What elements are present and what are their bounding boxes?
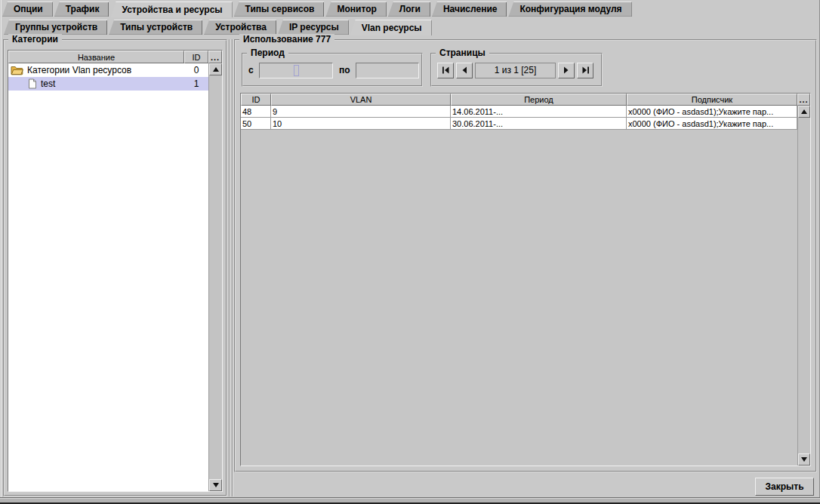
period-title: Период [247, 48, 288, 58]
tab-label: Логи [399, 4, 421, 14]
period-groupbox: Период с по [242, 53, 423, 87]
window-frame-left [1, 0, 2, 504]
pages-groupbox: Страницы 1 из 1 [25] [430, 53, 603, 87]
subtab-gruppy-ustroystv[interactable]: Группы устройств [4, 20, 107, 35]
prev-page-icon [461, 66, 469, 74]
tree-row-label: test [41, 78, 184, 89]
tab-label: Vlan ресурсы [362, 23, 422, 33]
cell-period: 14.06.2011-... [451, 106, 627, 118]
first-page-button[interactable] [437, 63, 454, 78]
scroll-down-button[interactable] [209, 479, 222, 491]
arrow-down-icon [801, 457, 807, 462]
table-row[interactable]: 50 10 30.06.2011-... x0000 (ФИО - asdasd… [241, 118, 797, 130]
subtab-ip-resursy[interactable]: IP ресурсы [278, 20, 349, 35]
cell-subscriber: x0000 (ФИО - asdasd1);Укажите пар... [627, 118, 797, 130]
application-window: Опции Трафик Устройства и ресурсы Типы с… [0, 0, 820, 504]
period-to-input[interactable] [356, 63, 419, 78]
usage-table-scrollbar[interactable] [797, 106, 810, 466]
first-page-icon [442, 66, 450, 74]
period-from-label: с [248, 65, 254, 75]
column-header-subscriber[interactable]: Подписчик [627, 94, 797, 106]
close-button[interactable]: Закрыть [755, 478, 814, 496]
categories-tree: Категории Vlan ресурсов 0 test 1 [8, 63, 208, 491]
usage-title: Использование 777 [239, 34, 334, 45]
arrow-up-icon [213, 67, 219, 72]
categories-table: Название ID ... Категории Vlan ресу [8, 50, 223, 492]
columns-more-button[interactable]: ... [797, 94, 810, 106]
column-header-vlan[interactable]: VLAN [271, 94, 451, 106]
tab-label: Монитор [337, 4, 376, 14]
tree-row-root[interactable]: Категории Vlan ресурсов 0 [8, 63, 208, 77]
usage-table-rows: 48 9 14.06.2011-... x0000 (ФИО - asdasd1… [241, 106, 797, 466]
tab-label: IP ресурсы [289, 22, 339, 32]
last-page-icon [581, 66, 590, 74]
tab-label: Трафик [66, 4, 100, 14]
usage-table: ID VLAN Период Подписчик ... 48 9 14.06.… [240, 93, 811, 466]
subtab-ustroystva[interactable]: Устройства [204, 20, 276, 35]
sub-tab-bar: Группы устройств Типы устройств Устройст… [4, 20, 433, 35]
cell-subscriber: x0000 (ФИО - asdasd1);Укажите пар... [627, 106, 797, 118]
tab-label: Начисление [443, 4, 498, 14]
subtab-tipy-ustroystv[interactable]: Типы устройств [109, 20, 202, 35]
tab-ustroystva-i-resursy[interactable]: Устройства и ресурсы [110, 2, 232, 17]
period-to-label: по [339, 65, 350, 75]
table-row[interactable]: 48 9 14.06.2011-... x0000 (ФИО - asdasd1… [241, 106, 797, 118]
pages-title: Страницы [436, 48, 489, 58]
column-header-id[interactable]: ID [241, 94, 271, 106]
main-tab-bar: Опции Трафик Устройства и ресурсы Типы с… [2, 2, 633, 17]
period-from-input[interactable] [259, 63, 333, 78]
column-header-period[interactable]: Период [451, 94, 627, 106]
prev-page-button[interactable] [456, 63, 473, 78]
tab-logi[interactable]: Логи [388, 2, 430, 17]
usage-groupbox: Использование 777 Период с по Страницы [234, 39, 817, 472]
cell-vlan: 9 [271, 106, 451, 118]
column-header-name[interactable]: Название [8, 51, 184, 63]
cell-id: 48 [241, 106, 271, 118]
text-caret [294, 65, 299, 76]
tab-label: Устройства и ресурсы [122, 5, 222, 15]
scroll-up-button[interactable] [209, 63, 222, 75]
next-page-icon [562, 66, 570, 74]
window-footer [0, 497, 820, 504]
tab-monitor[interactable]: Монитор [325, 2, 386, 17]
tab-tipy-servisov[interactable]: Типы сервисов [234, 2, 325, 17]
subtab-vlan-resursy[interactable]: Vlan ресурсы [350, 20, 432, 35]
next-page-button[interactable] [558, 63, 575, 78]
columns-more-button[interactable]: ... [208, 51, 222, 63]
tab-label: Типы сервисов [245, 4, 315, 14]
scroll-down-button[interactable] [798, 453, 810, 466]
page-info: 1 из 1 [25] [475, 63, 556, 78]
categories-table-header: Название ID ... [8, 51, 222, 63]
tab-nachislenie[interactable]: Начисление [432, 2, 507, 17]
column-header-id[interactable]: ID [184, 51, 208, 63]
last-page-button[interactable] [577, 63, 593, 78]
tree-row-id: 0 [184, 65, 208, 75]
cell-vlan: 10 [271, 118, 451, 130]
arrow-up-icon [801, 109, 807, 114]
tab-konfiguratsiya-modulya[interactable]: Конфигурация модуля [508, 2, 631, 17]
categories-scrollbar[interactable] [208, 63, 222, 491]
tree-row-test[interactable]: test 1 [8, 77, 208, 91]
tree-row-label: Категории Vlan ресурсов [27, 65, 184, 75]
usage-table-header: ID VLAN Период Подписчик ... [241, 94, 810, 106]
panel-splitter[interactable] [229, 39, 233, 496]
folder-open-icon [11, 65, 23, 75]
tree-row-id: 1 [184, 78, 208, 89]
tab-label: Конфигурация модуля [519, 4, 621, 14]
tab-label: Группы устройств [15, 22, 97, 32]
tab-trafik[interactable]: Трафик [54, 2, 109, 17]
tab-label: Типы устройств [120, 22, 193, 32]
cell-id: 50 [241, 118, 271, 130]
tab-label: Опции [14, 4, 43, 14]
file-icon [28, 78, 37, 89]
categories-groupbox: Категории Название ID ... [3, 39, 227, 496]
tab-label: Устройства [215, 22, 267, 32]
cell-period: 30.06.2011-... [451, 118, 627, 130]
categories-title: Категории [8, 34, 62, 45]
tab-optsii[interactable]: Опции [2, 2, 53, 17]
arrow-down-icon [213, 483, 219, 487]
scroll-up-button[interactable] [798, 106, 810, 118]
